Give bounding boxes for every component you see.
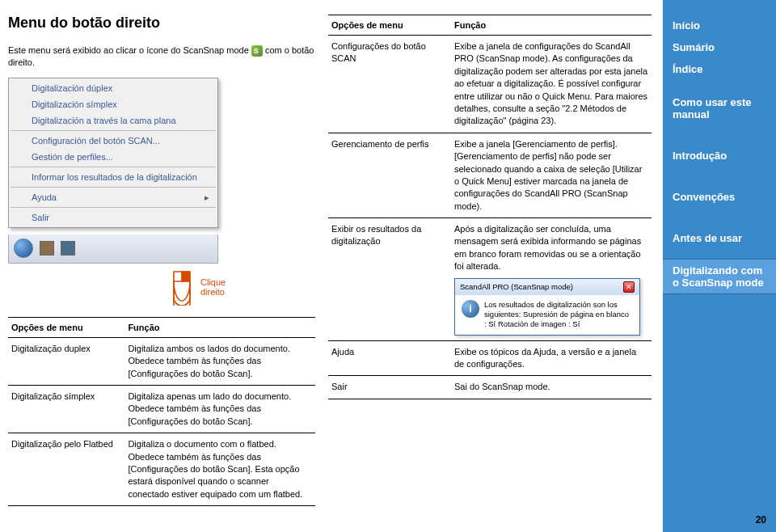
dialog-body-text: Los resultados de digitalización son los…: [484, 300, 633, 330]
col-header: Função: [124, 317, 315, 337]
sidebar: Início Sumário Índice Como usar este man…: [663, 0, 776, 532]
close-icon[interactable]: ✕: [623, 281, 635, 293]
info-dialog: ScandAll PRO (ScanSnap mode) ✕ i Los res…: [454, 278, 640, 336]
table-row: Sair Sai do ScanSnap mode.: [328, 376, 652, 399]
menu-item-duplex[interactable]: Digitalización dúplex: [11, 80, 216, 96]
table-row: Digitalização pelo Flatbed Digitaliza o …: [8, 433, 315, 506]
menu-item-help[interactable]: Ayuda: [11, 189, 216, 205]
sidebar-item-indice[interactable]: Índice: [663, 58, 776, 80]
intro-text: Este menu será exibido ao clicar o ícone…: [8, 44, 315, 70]
menu-item-exit[interactable]: Salir: [11, 209, 216, 226]
explorer-icon: [40, 241, 54, 255]
table-row: Digitalização duplex Digitaliza ambos os…: [8, 337, 315, 385]
page-number: 20: [756, 514, 766, 526]
col-header: Função: [451, 15, 652, 36]
options-table-left: Opções de menu Função Digitalização dupl…: [8, 317, 315, 506]
info-icon: i: [462, 300, 479, 318]
table-row: Gerenciamento de perfis Exibe a janela […: [328, 133, 652, 217]
table-row: Configurações do botão SCAN Exibe a jane…: [328, 36, 652, 133]
sidebar-item-sumario[interactable]: Sumário: [663, 36, 776, 58]
table-row: Digitalização símplex Digitaliza apenas …: [8, 385, 315, 433]
page-title: Menu do botão direito: [8, 15, 315, 32]
taskbar: [8, 234, 218, 264]
table-row: Exibir os resultados da digitalização Ap…: [328, 218, 652, 341]
right-click-hint: Clique direito: [170, 268, 315, 306]
menu-item-profiles[interactable]: Gestión de perfiles...: [11, 149, 216, 165]
context-menu: Digitalización dúplex Digitalización sím…: [8, 78, 218, 228]
sidebar-item-introducao[interactable]: Introdução: [663, 145, 776, 167]
menu-item-config-scan[interactable]: Configuración del botón SCAN...: [11, 133, 216, 149]
col-header: Opções de menu: [328, 15, 451, 36]
sidebar-item-convencoes[interactable]: Convenções: [663, 186, 776, 208]
scansnap-icon: [251, 45, 263, 57]
menu-item-flatbed[interactable]: Digitalización a través la cama plana: [11, 112, 216, 129]
mouse-icon: [170, 268, 194, 306]
menu-item-results[interactable]: Informar los resultados de la digitaliza…: [11, 169, 216, 185]
options-table-right: Opções de menu Função Configurações do b…: [328, 15, 652, 399]
sidebar-item-inicio[interactable]: Início: [663, 15, 776, 36]
menu-item-simplex[interactable]: Digitalización símplex: [11, 96, 216, 112]
col-header: Opções de menu: [8, 317, 124, 337]
sidebar-item-antes-usar[interactable]: Antes de usar: [663, 227, 776, 249]
start-orb-icon: [14, 239, 33, 258]
taskbar-app-icon: [61, 241, 75, 255]
table-row: Ajuda Exibe os tópicos da Ajuda, a versã…: [328, 340, 652, 376]
sidebar-item-como-usar[interactable]: Como usar este manual: [663, 91, 776, 125]
dialog-title: ScandAll PRO (ScanSnap mode): [460, 281, 573, 292]
sidebar-item-digitalizando[interactable]: Digitalizando com o ScanSnap mode: [663, 259, 776, 294]
